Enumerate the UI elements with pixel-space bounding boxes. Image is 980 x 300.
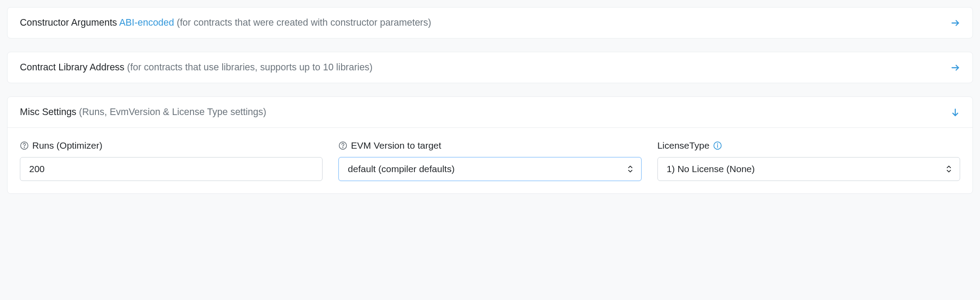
- misc-subtitle: (Runs, EvmVersion & License Type setting…: [79, 107, 266, 117]
- svg-point-6: [343, 147, 343, 148]
- panel-title-row: Contract Library Address (for contracts …: [20, 62, 372, 73]
- panel-title-row: Misc Settings (Runs, EvmVersion & Licens…: [20, 107, 266, 118]
- svg-point-4: [24, 147, 25, 148]
- evm-label-row: EVM Version to target: [338, 140, 641, 151]
- runs-label-row: Runs (Optimizer): [20, 140, 323, 151]
- library-subtitle: (for contracts that use libraries, suppo…: [127, 62, 373, 73]
- svg-point-9: [717, 144, 718, 144]
- constructor-arguments-header[interactable]: Constructor Arguments ABI-encoded (for c…: [8, 8, 972, 38]
- license-select[interactable]: 1) No License (None): [657, 157, 960, 181]
- constructor-subtitle: (for contracts that were created with co…: [177, 17, 431, 28]
- panel-title-row: Constructor Arguments ABI-encoded (for c…: [20, 17, 431, 28]
- help-icon[interactable]: [338, 141, 347, 150]
- evm-label: EVM Version to target: [351, 140, 441, 151]
- arrow-down-icon: [950, 108, 960, 117]
- runs-group: Runs (Optimizer): [20, 140, 323, 181]
- library-address-header[interactable]: Contract Library Address (for contracts …: [8, 52, 972, 83]
- misc-settings-body: Runs (Optimizer) EVM Version to target d…: [8, 127, 972, 193]
- abi-encoded-link[interactable]: ABI-encoded: [119, 17, 174, 28]
- misc-settings-header[interactable]: Misc Settings (Runs, EvmVersion & Licens…: [8, 97, 972, 127]
- info-icon[interactable]: [713, 141, 722, 150]
- misc-settings-panel: Misc Settings (Runs, EvmVersion & Licens…: [7, 96, 973, 194]
- library-title-text: Contract Library Address: [20, 62, 125, 73]
- license-group: LicenseType 1) No License (None): [657, 140, 960, 181]
- evm-select-wrapper: default (compiler defaults): [338, 157, 641, 181]
- arrow-right-icon: [950, 18, 960, 28]
- license-label-row: LicenseType: [657, 140, 960, 151]
- runs-input[interactable]: [20, 157, 323, 181]
- runs-label: Runs (Optimizer): [32, 140, 103, 151]
- arrow-right-icon: [950, 63, 960, 73]
- license-select-wrapper: 1) No License (None): [657, 157, 960, 181]
- library-address-panel: Contract Library Address (for contracts …: [7, 52, 973, 83]
- help-icon[interactable]: [20, 141, 29, 150]
- evm-group: EVM Version to target default (compiler …: [338, 140, 641, 181]
- misc-title-text: Misc Settings: [20, 107, 76, 117]
- constructor-title-text: Constructor Arguments: [20, 17, 117, 28]
- license-label: LicenseType: [657, 140, 710, 151]
- evm-select[interactable]: default (compiler defaults): [338, 157, 641, 181]
- constructor-arguments-panel: Constructor Arguments ABI-encoded (for c…: [7, 7, 973, 38]
